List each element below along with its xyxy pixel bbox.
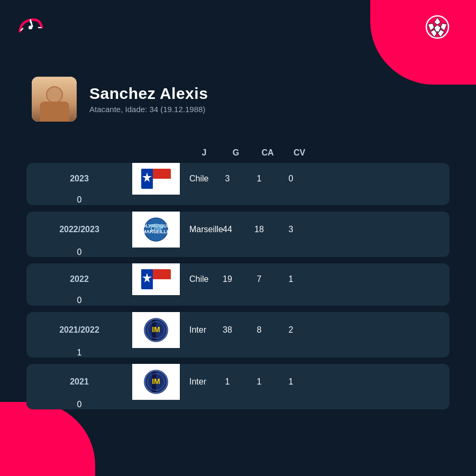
row-g: 8	[243, 325, 275, 335]
row-flag: IM	[132, 364, 180, 400]
row-ca: 2	[275, 325, 307, 335]
table-header: J G CA CV	[26, 148, 450, 158]
player-details: Atacante, Idade: 34 (19.12.1988)	[89, 105, 208, 114]
row-flag	[132, 263, 180, 295]
row-j: 3	[212, 174, 243, 184]
row-team: Inter	[180, 325, 212, 335]
row-j: 44	[212, 225, 243, 234]
row-g: 7	[243, 274, 275, 284]
svg-marker-5	[434, 17, 441, 25]
row-j: 19	[212, 274, 243, 284]
row-flag: OLYMPIQUE MARSEILLE OM	[132, 212, 180, 248]
soccer-ball-icon	[425, 15, 450, 44]
row-season: 2021/2022	[26, 320, 132, 340]
row-team: Marseille	[180, 225, 212, 234]
row-cv: 0	[26, 296, 132, 305]
table-row: 2022 Chile 19 7 1 0	[26, 263, 450, 306]
player-photo	[32, 77, 77, 122]
header-season	[35, 148, 141, 158]
row-g: 1	[243, 377, 275, 387]
row-season: 2021	[26, 372, 132, 392]
row-g: 18	[243, 225, 275, 234]
table-row: 2021/2022 IM	[26, 312, 450, 358]
svg-text:IM: IM	[152, 377, 160, 386]
row-season: 2022	[26, 269, 132, 289]
svg-text:IM: IM	[152, 325, 160, 334]
svg-marker-10	[434, 25, 441, 32]
brand-logo	[16, 13, 45, 37]
table-row: 2022/2023 OLYMPIQUE MARSEILLE OM Marseil…	[26, 212, 450, 257]
row-g: 1	[243, 174, 275, 184]
header-flag	[141, 148, 188, 158]
row-season: 2022/2023	[26, 219, 132, 240]
player-name: Sanchez Alexis	[89, 85, 208, 103]
svg-point-0	[29, 25, 32, 29]
top-right-decoration	[370, 0, 476, 85]
table-row: 2021 IM Inter 1 1 1 0	[26, 364, 450, 409]
row-team: Inter	[180, 377, 212, 387]
row-season: 2023	[26, 169, 132, 189]
row-ca: 1	[275, 377, 307, 387]
stats-table: J G CA CV 2023 Chile 3 1 0 0 2022/2023	[26, 148, 450, 416]
row-cv: 0	[26, 195, 132, 205]
row-team: Chile	[180, 174, 212, 184]
row-j: 1	[212, 377, 243, 387]
player-info: Sanchez Alexis Atacante, Idade: 34 (19.1…	[89, 85, 208, 114]
header-ca: CA	[252, 148, 283, 158]
table-row: 2023 Chile 3 1 0 0	[26, 163, 450, 205]
row-ca: 1	[275, 274, 307, 284]
svg-text:OM: OM	[151, 224, 162, 232]
row-team: Chile	[180, 274, 212, 284]
row-cv: 1	[26, 348, 132, 358]
row-ca: 0	[275, 174, 307, 184]
row-cv: 0	[26, 400, 132, 409]
row-ca: 3	[275, 225, 307, 234]
player-section: Sanchez Alexis Atacante, Idade: 34 (19.1…	[32, 77, 208, 122]
row-flag: IM	[132, 312, 180, 348]
header-cv: CV	[283, 148, 315, 158]
svg-marker-7	[441, 23, 447, 31]
row-cv: 0	[26, 248, 132, 257]
row-flag	[132, 163, 180, 195]
header-j: J	[188, 148, 220, 158]
row-j: 38	[212, 325, 243, 335]
svg-marker-6	[428, 23, 434, 31]
header-g: G	[220, 148, 252, 158]
